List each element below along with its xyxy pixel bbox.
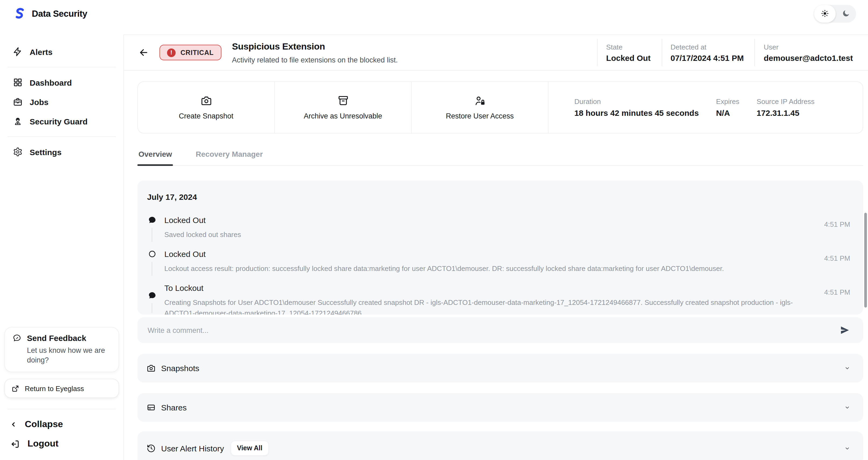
scrollbar-thumb[interactable] (864, 213, 867, 307)
section-label: User Alert History (161, 443, 224, 453)
comment-input[interactable] (147, 326, 837, 335)
event-body: Locked Out Saved locked out shares (164, 216, 809, 242)
theme-toggle[interactable] (814, 5, 856, 22)
comment-box (137, 317, 863, 343)
lightning-icon (13, 47, 23, 57)
logout-label: Logout (28, 438, 58, 449)
meta-label: State (606, 43, 651, 51)
hard-drive-icon (147, 403, 156, 412)
collapse-button[interactable]: Collapse (0, 415, 123, 434)
logo-icon (13, 7, 26, 20)
send-comment-button[interactable] (837, 323, 852, 338)
severity-label: CRITICAL (181, 49, 214, 56)
event-time: 4:51 PM (816, 250, 850, 276)
timeline-event: To Lockout Creating Snapshots for User A… (147, 283, 850, 315)
sidebar-item-dashboard[interactable]: Dashboard (0, 73, 123, 92)
meta-value: 07/17/2024 4:51 PM (671, 53, 744, 62)
external-link-icon (11, 384, 20, 392)
tab-recovery-manager[interactable]: Recovery Manager (195, 150, 264, 165)
chevron-down-icon[interactable] (844, 404, 850, 410)
alert-header: ! CRITICAL Suspicious Extension Activity… (124, 35, 868, 71)
stat-source-ip: Source IP Address 172.31.1.45 (757, 98, 815, 118)
event-title: Locked Out (164, 216, 809, 225)
meta-user: User demouser@adcto1.test (754, 39, 868, 66)
archive-as-unresolvable-button[interactable]: Archive as Unresolvable (275, 82, 412, 133)
sidebar-divider (7, 67, 116, 67)
gear-icon (13, 147, 23, 157)
sidebar: Alerts Dashboard Jobs (0, 34, 124, 460)
section-label: Shares (161, 403, 187, 412)
sidebar-bottom: Send Feedback Let us know how we are doi… (0, 327, 123, 454)
timeline-event: Locked Out Lockout access result: produc… (147, 250, 850, 276)
sidebar-divider (7, 409, 116, 409)
dashboard-grid-icon (13, 77, 23, 87)
top-bar: Data Security (0, 0, 868, 34)
logout-icon (10, 439, 20, 449)
comment-filled-icon (147, 291, 157, 300)
comment-filled-icon (147, 216, 157, 225)
timeline-date: July 17, 2024 (147, 192, 850, 201)
event-description: Creating Snapshots for User ADCTO1\demou… (164, 297, 803, 315)
user-alert-history-section[interactable]: User Alert History View All (137, 431, 863, 460)
timeline-event: Locked Out Saved locked out shares 4:51 … (147, 216, 850, 242)
snapshots-section[interactable]: Snapshots (137, 354, 863, 383)
send-feedback-subtitle: Let us know how we are doing? (27, 346, 111, 365)
meta-label: Detected at (671, 43, 744, 51)
action-label: Create Snapshot (179, 112, 234, 120)
event-body: Locked Out Lockout access result: produc… (164, 250, 809, 276)
page-title: Suspicious Extension (232, 41, 398, 52)
meta-state: State Locked Out (597, 39, 661, 66)
sidebar-item-label: Settings (30, 147, 61, 157)
meta-detected-at: Detected at 07/17/2024 4:51 PM (661, 39, 754, 66)
send-icon (839, 325, 850, 336)
history-icon (147, 443, 156, 453)
stat-value: 18 hours 42 minutes 45 seconds (575, 108, 699, 118)
chevron-down-icon[interactable] (844, 445, 850, 451)
security-guard-icon (13, 116, 23, 126)
event-icon-column (147, 283, 157, 315)
event-time: 4:51 PM (816, 216, 850, 242)
sidebar-item-label: Security Guard (30, 117, 88, 126)
chevron-left-icon (10, 421, 17, 428)
app-title: Data Security (32, 8, 87, 19)
event-title: Locked Out (164, 250, 809, 259)
sidebar-item-label: Dashboard (30, 78, 72, 87)
back-button[interactable] (137, 46, 150, 59)
tab-bar: Overview Recovery Manager (137, 150, 863, 166)
collapse-label: Collapse (25, 419, 63, 430)
timeline-card: July 17, 2024 Locked Out Saved locked ou… (137, 180, 863, 315)
shares-section[interactable]: Shares (137, 393, 863, 422)
chevron-down-icon[interactable] (844, 365, 850, 371)
sidebar-item-label: Jobs (30, 97, 49, 106)
archive-icon (337, 95, 349, 107)
view-all-button[interactable]: View All (230, 440, 269, 456)
timeline-connector (151, 228, 153, 242)
action-label: Archive as Unresolvable (304, 112, 382, 120)
body-row: Alerts Dashboard Jobs (0, 34, 868, 460)
logout-button[interactable]: Logout (0, 434, 123, 454)
light-theme-button[interactable] (814, 5, 836, 22)
alert-description: Activity related to file extensions on t… (232, 56, 398, 64)
briefcase-icon (13, 97, 23, 107)
stat-label: Expires (716, 98, 740, 106)
timeline-connector (151, 303, 153, 313)
dark-theme-button[interactable] (836, 5, 856, 22)
alert-content: Create Snapshot Archive as Unresolvable (124, 71, 868, 460)
restore-user-access-button[interactable]: Restore User Access (412, 82, 549, 133)
event-icon-column (147, 216, 157, 242)
feedback-bubble-icon (12, 333, 22, 342)
moon-icon (842, 9, 850, 18)
create-snapshot-button[interactable]: Create Snapshot (138, 82, 275, 133)
sun-icon (820, 9, 829, 18)
sidebar-item-security-guard[interactable]: Security Guard (0, 111, 123, 131)
return-to-eyeglass-button[interactable]: Return to Eyeglass (4, 379, 119, 398)
sidebar-item-settings[interactable]: Settings (0, 142, 123, 162)
sidebar-item-alerts[interactable]: Alerts (0, 42, 123, 61)
circle-outline-icon (147, 250, 157, 259)
stat-value: 172.31.1.45 (757, 108, 815, 118)
app-window: Data Security Alerts (0, 0, 868, 460)
send-feedback-card[interactable]: Send Feedback Let us know how we are doi… (4, 327, 119, 372)
tab-overview[interactable]: Overview (137, 150, 173, 165)
alert-stats: Duration 18 hours 42 minutes 45 seconds … (549, 82, 814, 133)
sidebar-item-jobs[interactable]: Jobs (0, 92, 123, 111)
